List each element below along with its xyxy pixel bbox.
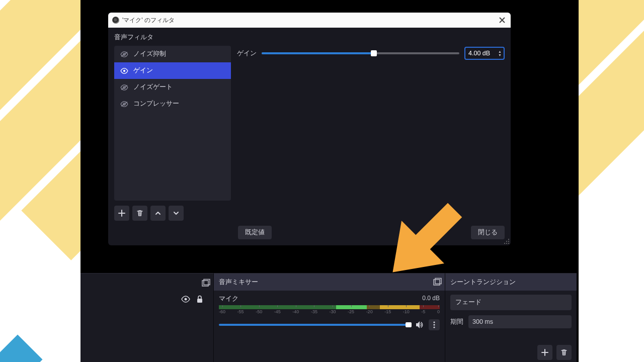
add-filter-button[interactable]	[114, 206, 129, 221]
transition-select[interactable]: フェード	[450, 295, 572, 310]
svg-point-12	[508, 243, 509, 244]
svg-point-8	[506, 241, 507, 242]
resize-grip-icon[interactable]	[504, 238, 510, 244]
meter-tick-label: -55	[237, 309, 244, 314]
defaults-button[interactable]: 既定値	[238, 226, 272, 239]
visibility-off-icon[interactable]	[120, 101, 128, 107]
visibility-off-icon[interactable]	[120, 51, 128, 57]
meter-tick-label: -10	[403, 309, 410, 314]
remove-filter-button[interactable]	[132, 206, 147, 221]
sources-dock-partial	[80, 273, 213, 362]
filter-item[interactable]: コンプレッサー	[114, 96, 231, 112]
speaker-icon[interactable]	[416, 320, 425, 329]
meter-tick-label: -15	[384, 309, 391, 314]
svg-point-9	[508, 241, 509, 242]
svg-rect-18	[435, 279, 441, 284]
meter-tick-label: 0	[437, 309, 440, 314]
visibility-on-icon[interactable]	[120, 68, 128, 74]
svg-rect-14	[204, 280, 210, 285]
svg-point-21	[433, 326, 435, 328]
svg-rect-13	[202, 281, 208, 286]
level-meter: -60-55-50-45-40-35-30-25-20-15-10-50	[219, 305, 440, 313]
meter-tick-label: -25	[348, 309, 354, 314]
filter-item[interactable]: ゲイン	[114, 62, 231, 79]
duration-input[interactable]	[468, 315, 572, 328]
popout-icon[interactable]	[201, 279, 210, 288]
mixer-channel-name: マイク	[219, 295, 440, 303]
eye-icon[interactable]	[181, 295, 190, 304]
meter-tick-label: -5	[421, 309, 425, 314]
svg-point-19	[433, 321, 435, 323]
filter-item-label: ゲイン	[133, 66, 153, 75]
volume-slider[interactable]	[219, 321, 412, 328]
audio-filters-label: 音声フィルタ	[114, 33, 505, 42]
move-filter-up-button[interactable]	[150, 206, 166, 221]
filters-dialog: 'マイク' のフィルタ 音声フィルタ ノイズ抑制ゲインノイズゲートコンプレッサー…	[108, 13, 511, 245]
add-transition-button[interactable]	[537, 345, 552, 360]
meter-tick-label: -30	[329, 309, 336, 314]
svg-rect-17	[434, 280, 440, 285]
mixer-more-button[interactable]	[429, 319, 440, 330]
lock-icon[interactable]	[195, 295, 204, 304]
meter-tick-label: -40	[292, 309, 299, 314]
decorative-corner	[0, 335, 42, 362]
dialog-titlebar[interactable]: 'マイク' のフィルタ	[108, 13, 511, 28]
meter-tick-label: -50	[256, 309, 262, 314]
svg-point-2	[123, 69, 125, 71]
dialog-title: 'マイク' のフィルタ	[122, 16, 496, 25]
meter-tick-label: -45	[274, 309, 281, 314]
svg-rect-16	[197, 299, 202, 303]
popout-icon[interactable]	[433, 278, 442, 287]
gain-spinbox[interactable]: ▲ ▼	[464, 47, 505, 60]
mixer-db-readout: 0.0 dB	[422, 295, 440, 302]
obs-logo-icon	[112, 17, 119, 24]
svg-point-20	[433, 324, 435, 325]
filter-item-label: コンプレッサー	[133, 100, 179, 108]
svg-point-11	[506, 243, 507, 244]
meter-tick-label: -35	[311, 309, 317, 314]
svg-point-10	[504, 243, 505, 244]
filter-item[interactable]: ノイズ抑制	[114, 46, 231, 62]
move-filter-down-button[interactable]	[169, 206, 184, 221]
gain-slider[interactable]	[262, 49, 459, 58]
close-icon[interactable]	[499, 17, 506, 24]
filter-item-label: ノイズゲート	[133, 83, 173, 92]
meter-tick-label: -60	[219, 309, 225, 314]
spin-up-icon[interactable]: ▲	[498, 50, 502, 53]
svg-point-7	[508, 239, 509, 240]
meter-tick-label: -20	[366, 309, 373, 314]
filter-list: ノイズ抑制ゲインノイズゲートコンプレッサー	[114, 46, 231, 201]
scene-transitions-dock: シーントランジション フェード 期間	[445, 273, 577, 362]
filter-item-label: ノイズ抑制	[133, 50, 166, 58]
gain-label: ゲイン	[237, 49, 257, 58]
filter-item[interactable]: ノイズゲート	[114, 79, 231, 96]
audio-mixer-dock: 音声ミキサー マイク 0.0 dB -60-55-50-45-40-35-30-…	[213, 273, 445, 362]
audio-mixer-title: 音声ミキサー	[219, 278, 258, 287]
scene-transitions-title: シーントランジション	[450, 278, 516, 287]
gain-value-input[interactable]	[468, 50, 493, 57]
svg-point-15	[185, 298, 187, 301]
visibility-off-icon[interactable]	[120, 84, 128, 90]
duration-label: 期間	[450, 318, 463, 326]
spin-down-icon[interactable]: ▼	[498, 54, 502, 57]
close-button[interactable]: 閉じる	[471, 226, 505, 239]
remove-transition-button[interactable]	[556, 345, 572, 360]
